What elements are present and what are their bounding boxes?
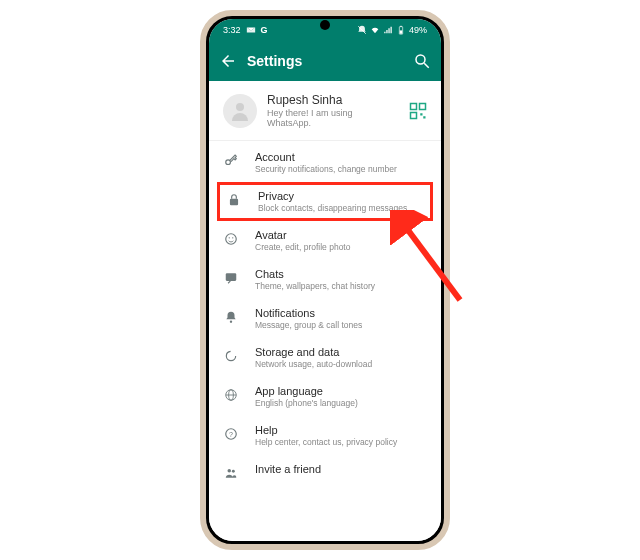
settings-row-invite[interactable]: Invite a friend — [209, 455, 441, 489]
screen: 3:32 G 49% — [209, 19, 441, 541]
svg-point-26 — [232, 470, 235, 473]
svg-rect-17 — [226, 273, 237, 281]
bell-icon — [223, 309, 239, 325]
svg-rect-2 — [400, 26, 402, 27]
globe-icon — [223, 387, 239, 403]
settings-row-language[interactable]: App language English (phone's language) — [209, 377, 441, 416]
status-time: 3:32 — [223, 25, 241, 35]
svg-rect-11 — [423, 116, 425, 118]
qr-code-button[interactable] — [409, 102, 427, 120]
row-subtitle: Theme, wallpapers, chat history — [255, 281, 427, 291]
svg-rect-7 — [411, 103, 417, 109]
svg-point-12 — [226, 160, 231, 165]
row-subtitle: Message, group & call tones — [255, 320, 427, 330]
settings-row-notifications[interactable]: Notifications Message, group & call tone… — [209, 299, 441, 338]
svg-point-4 — [416, 55, 425, 64]
face-icon — [223, 231, 239, 247]
settings-row-chats[interactable]: Chats Theme, wallpapers, chat history — [209, 260, 441, 299]
row-subtitle: Security notifications, change number — [255, 164, 427, 174]
row-title: App language — [255, 385, 427, 397]
row-title: Storage and data — [255, 346, 427, 358]
svg-point-19 — [226, 351, 235, 360]
row-subtitle: Block contacts, disappearing messages — [258, 203, 424, 213]
status-battery: 49% — [409, 25, 427, 35]
svg-rect-10 — [420, 113, 422, 115]
svg-point-15 — [229, 237, 230, 238]
row-title: Avatar — [255, 229, 427, 241]
data-usage-icon — [223, 348, 239, 364]
svg-rect-3 — [400, 30, 403, 33]
power-button — [449, 266, 450, 336]
back-button[interactable] — [219, 52, 237, 70]
svg-point-18 — [230, 321, 232, 323]
row-subtitle: Network usage, auto-download — [255, 359, 427, 369]
signal-icon — [383, 25, 393, 35]
svg-point-25 — [228, 469, 232, 473]
profile-row[interactable]: Rupesh Sinha Hey there! I am using Whats… — [209, 81, 441, 140]
row-title: Account — [255, 151, 427, 163]
row-title: Invite a friend — [255, 463, 427, 475]
settings-row-account[interactable]: Account Security notifications, change n… — [209, 143, 441, 182]
volume-button — [449, 206, 450, 242]
row-subtitle: English (phone's language) — [255, 398, 427, 408]
gmail-icon — [246, 25, 256, 35]
avatar — [223, 94, 257, 128]
svg-point-14 — [226, 234, 237, 245]
page-title: Settings — [247, 53, 413, 69]
svg-point-16 — [232, 237, 233, 238]
search-button[interactable] — [413, 52, 431, 70]
highlight-box: Privacy Block contacts, disappearing mes… — [217, 182, 433, 221]
profile-status: Hey there! I am using WhatsApp. — [267, 108, 399, 128]
svg-point-6 — [236, 103, 244, 111]
app-bar: Settings — [209, 41, 441, 81]
row-title: Notifications — [255, 307, 427, 319]
people-icon — [223, 465, 239, 481]
phone-frame: 3:32 G 49% — [200, 10, 450, 550]
svg-rect-9 — [411, 112, 417, 118]
row-title: Privacy — [258, 190, 424, 202]
help-icon: ? — [223, 426, 239, 442]
profile-name: Rupesh Sinha — [267, 93, 399, 107]
wifi-icon — [370, 25, 380, 35]
row-subtitle: Create, edit, profile photo — [255, 242, 427, 252]
divider — [209, 140, 441, 141]
row-title: Chats — [255, 268, 427, 280]
key-icon — [223, 153, 239, 169]
row-subtitle: Help center, contact us, privacy policy — [255, 437, 427, 447]
settings-row-privacy[interactable]: Privacy Block contacts, disappearing mes… — [226, 190, 424, 213]
camera-notch — [320, 20, 330, 30]
svg-text:?: ? — [229, 431, 233, 438]
settings-row-help[interactable]: ? Help Help center, contact us, privacy … — [209, 416, 441, 455]
row-title: Help — [255, 424, 427, 436]
google-icon: G — [261, 25, 271, 35]
settings-row-storage[interactable]: Storage and data Network usage, auto-dow… — [209, 338, 441, 377]
dnd-icon — [357, 25, 367, 35]
settings-row-avatar[interactable]: Avatar Create, edit, profile photo — [209, 221, 441, 260]
svg-rect-13 — [230, 199, 238, 205]
svg-rect-8 — [420, 103, 426, 109]
settings-content: Rupesh Sinha Hey there! I am using Whats… — [209, 81, 441, 541]
svg-line-5 — [424, 63, 429, 68]
lock-icon — [226, 192, 242, 208]
chat-icon — [223, 270, 239, 286]
battery-icon — [396, 25, 406, 35]
